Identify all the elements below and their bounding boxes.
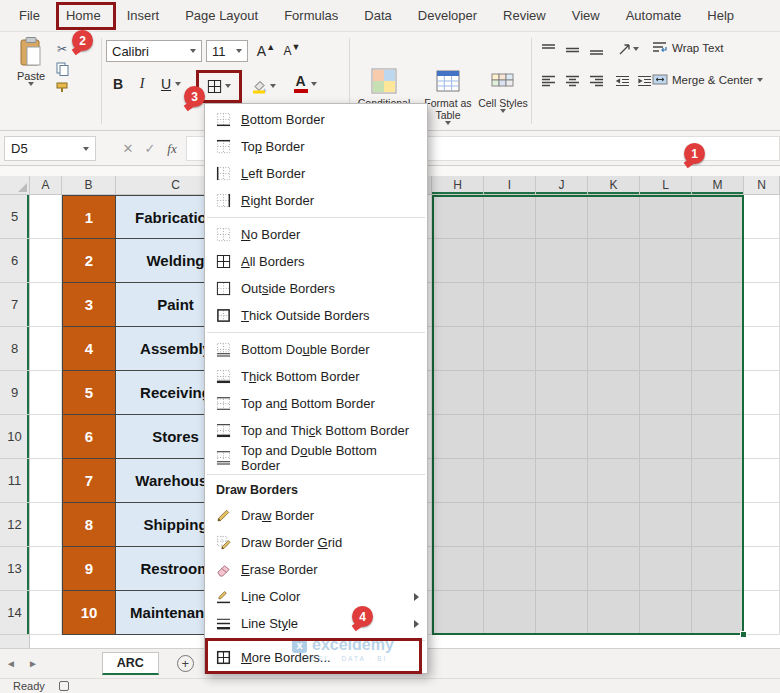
decrease-font-size-button[interactable]: A▼ — [280, 39, 304, 63]
cell-selected[interactable] — [640, 283, 692, 327]
menu-item-right-border[interactable]: Right Border — [205, 187, 427, 214]
cell-selected[interactable] — [588, 195, 640, 239]
orientation-button[interactable] — [614, 40, 642, 58]
row-header-9[interactable]: 9 — [0, 371, 30, 415]
column-header-K[interactable]: K — [588, 176, 640, 195]
bold-button[interactable]: B — [108, 72, 128, 96]
row-header-14[interactable]: 14 — [0, 591, 30, 635]
cell-selected[interactable] — [484, 415, 536, 459]
menu-item-draw-border[interactable]: Draw Border — [205, 502, 427, 529]
cell-selected[interactable] — [588, 503, 640, 547]
column-header-M[interactable]: M — [692, 176, 744, 195]
tab-page-layout[interactable]: Page Layout — [172, 0, 271, 32]
cut-button[interactable]: ✂ — [52, 40, 72, 58]
cell-selected[interactable] — [536, 239, 588, 283]
cell-serial[interactable]: 5 — [62, 371, 116, 415]
menu-item-line-color[interactable]: Line Color — [205, 583, 427, 610]
column-header-B[interactable]: B — [62, 176, 116, 195]
cell-selected[interactable] — [588, 371, 640, 415]
cell-selected[interactable] — [432, 371, 484, 415]
cell-selected[interactable] — [692, 239, 744, 283]
sheet-tab-arc[interactable]: ARC — [102, 652, 159, 675]
cell-selected[interactable] — [588, 415, 640, 459]
cell-selected[interactable] — [536, 371, 588, 415]
cell[interactable] — [744, 239, 780, 283]
row-header-7[interactable]: 7 — [0, 283, 30, 327]
cell-selected[interactable] — [692, 591, 744, 635]
cell-selected[interactable] — [588, 547, 640, 591]
cell-selected[interactable] — [536, 591, 588, 635]
cell-selected[interactable] — [484, 195, 536, 239]
cell[interactable] — [30, 591, 62, 635]
borders-button[interactable] — [202, 74, 236, 98]
tab-file[interactable]: File — [6, 0, 53, 32]
menu-item-erase-border[interactable]: Erase Border — [205, 556, 427, 583]
cell-serial[interactable]: 4 — [62, 327, 116, 371]
column-header-H[interactable]: H — [432, 176, 484, 195]
cell-selected[interactable] — [692, 503, 744, 547]
row-header-13[interactable]: 13 — [0, 547, 30, 591]
cell-serial[interactable]: 3 — [62, 283, 116, 327]
cell-selected[interactable] — [432, 591, 484, 635]
sheet-nav-right-icon[interactable]: ► — [22, 658, 44, 669]
menu-item-outside-borders[interactable]: Outside Borders — [205, 275, 427, 302]
select-all-corner[interactable] — [0, 176, 30, 195]
cell-selected[interactable] — [692, 283, 744, 327]
column-header-N[interactable]: N — [744, 176, 780, 195]
menu-item-no-border[interactable]: No Border — [205, 221, 427, 248]
menu-item-all-borders[interactable]: All Borders — [205, 248, 427, 275]
fill-color-dropdown-arrow[interactable] — [270, 84, 276, 88]
macro-record-icon[interactable] — [59, 681, 69, 691]
menu-item-line-style[interactable]: Line Style — [205, 610, 427, 637]
menu-item-thick-bottom-border[interactable]: Thick Bottom Border — [205, 363, 427, 390]
cell-selected[interactable] — [640, 591, 692, 635]
borders-dropdown-arrow[interactable] — [225, 84, 231, 88]
cell-serial[interactable]: 9 — [62, 547, 116, 591]
name-box-dropdown-arrow[interactable] — [83, 147, 89, 151]
cell-selected[interactable] — [484, 591, 536, 635]
menu-item-more-borders[interactable]: More Borders... — [205, 644, 427, 671]
menu-item-draw-border-grid[interactable]: Draw Border Grid — [205, 529, 427, 556]
format-painter-button[interactable] — [52, 80, 72, 98]
underline-button[interactable]: U — [156, 72, 186, 96]
tab-developer[interactable]: Developer — [405, 0, 490, 32]
tab-review[interactable]: Review — [490, 0, 559, 32]
row-header-6[interactable]: 6 — [0, 239, 30, 283]
row-header-8[interactable]: 8 — [0, 327, 30, 371]
cell-selected[interactable] — [432, 459, 484, 503]
cell-selected[interactable] — [640, 459, 692, 503]
cell-selected[interactable] — [536, 195, 588, 239]
tab-view[interactable]: View — [559, 0, 613, 32]
cell-selected[interactable] — [536, 503, 588, 547]
cell[interactable] — [744, 371, 780, 415]
menu-item-top-and-thick-bottom-border[interactable]: Top and Thick Bottom Border — [205, 417, 427, 444]
fill-handle[interactable] — [740, 631, 747, 638]
cell-selected[interactable] — [484, 283, 536, 327]
cell-selected[interactable] — [484, 371, 536, 415]
underline-dropdown-arrow[interactable] — [175, 82, 181, 86]
align-middle-button[interactable] — [562, 40, 582, 58]
cell[interactable] — [30, 195, 62, 239]
font-size-combo[interactable]: 11 — [206, 40, 248, 62]
cell-selected[interactable] — [484, 239, 536, 283]
merge-center-button[interactable]: Merge & Center — [652, 73, 763, 86]
cell-selected[interactable] — [692, 327, 744, 371]
cell-selected[interactable] — [536, 283, 588, 327]
cell-selected[interactable] — [588, 327, 640, 371]
tab-help[interactable]: Help — [694, 0, 747, 32]
cell-selected[interactable] — [588, 459, 640, 503]
cell[interactable] — [744, 415, 780, 459]
cell-selected[interactable] — [484, 459, 536, 503]
cell-selected[interactable] — [692, 459, 744, 503]
cell-selected[interactable] — [536, 547, 588, 591]
menu-item-thick-outside-borders[interactable]: Thick Outside Borders — [205, 302, 427, 329]
enter-button[interactable]: ✓ — [140, 136, 160, 161]
cell-selected[interactable] — [640, 327, 692, 371]
column-header-L[interactable]: L — [640, 176, 692, 195]
cell-selected[interactable] — [432, 195, 484, 239]
cell-selected[interactable] — [640, 415, 692, 459]
cell-selected[interactable] — [484, 327, 536, 371]
cell[interactable] — [30, 371, 62, 415]
row-header-12[interactable]: 12 — [0, 503, 30, 547]
fill-color-button[interactable] — [246, 74, 280, 98]
